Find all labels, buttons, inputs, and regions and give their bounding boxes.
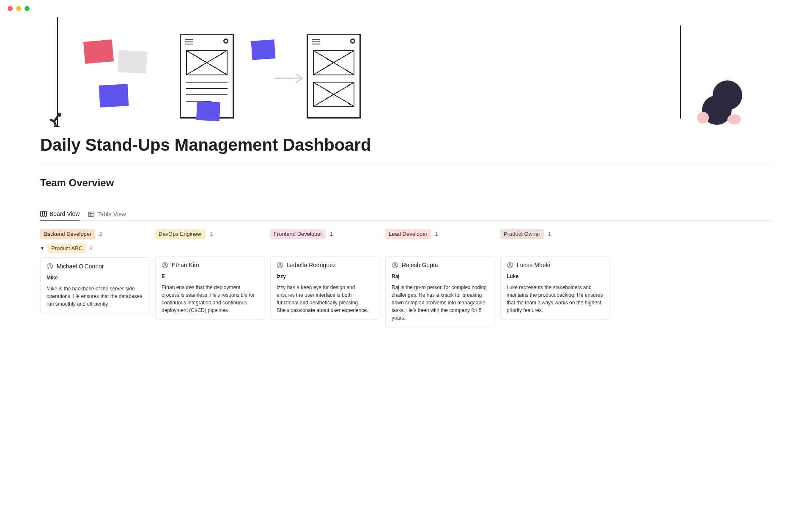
cover-image (40, 17, 772, 127)
card-title-row: Lucas Mbeki (507, 262, 603, 268)
card-nickname: Luke (507, 273, 603, 279)
board-column: DevOps Engineer1Ethan KimEEthan ensures … (155, 229, 264, 327)
column-header[interactable]: Product Owner1 (500, 229, 609, 239)
column-header[interactable]: Backend Developer2 (40, 229, 149, 239)
svg-point-0 (57, 113, 61, 117)
column-role-tag: DevOps Engineer (155, 229, 206, 239)
section-title: Team Overview (40, 177, 772, 189)
window-controls (0, 0, 812, 17)
board-column: Backend Developer2▼Product ABC8Michael O… (40, 229, 149, 327)
tab-label: Board View (49, 210, 80, 217)
person-card[interactable]: Ethan KimEEthan ensures that the deploym… (155, 256, 264, 320)
collapse-toggle-icon[interactable]: ▼ (40, 246, 44, 251)
card-title-row: Rajesh Gupta (392, 262, 488, 268)
column-header[interactable]: Lead Developer1 (385, 229, 494, 239)
avatar-blobs-icon (689, 80, 749, 127)
person-icon (507, 262, 513, 268)
card-title-row: Ethan Kim (162, 262, 258, 268)
column-role-tag: Frontend Developer (270, 229, 326, 239)
view-tabs: Board View Table View (40, 208, 772, 221)
column-count: 2 (99, 231, 102, 237)
column-header[interactable]: DevOps Engineer1 (155, 229, 264, 239)
group-row[interactable]: ▼Product ABC8 (40, 243, 149, 254)
board-column: Product Owner1Lucas MbekiLukeLuke repres… (500, 229, 609, 327)
close-window-icon[interactable] (8, 6, 13, 11)
person-icon (47, 263, 53, 270)
board-columns: Backend Developer2▼Product ABC8Michael O… (40, 229, 772, 327)
column-role-tag: Backend Developer (40, 229, 95, 239)
card-title-row: Michael O'Connor (47, 263, 143, 270)
person-icon (162, 262, 168, 268)
svg-point-10 (49, 265, 51, 266)
arrow-right-icon (273, 72, 307, 85)
card-title-row: Isabella Rodriguez (277, 262, 373, 268)
group-count: 8 (89, 245, 92, 251)
page-title: Daily Stand-Ups Management Dashboard (40, 135, 772, 155)
svg-point-14 (279, 263, 281, 265)
person-card[interactable]: Rajesh GuptaRajRaj is the go-to person f… (385, 256, 494, 327)
column-header[interactable]: Frontend Developer1 (270, 229, 379, 239)
tab-label: Table View (97, 211, 126, 218)
running-person-icon (47, 112, 66, 127)
divider (40, 164, 772, 164)
svg-rect-5 (89, 212, 94, 216)
svg-rect-2 (41, 211, 42, 216)
card-description: Mike is the backbone of the server-side … (47, 285, 143, 308)
svg-point-18 (509, 263, 511, 265)
board-column: Frontend Developer1Isabella RodriguezIzz… (270, 229, 379, 327)
card-person-name: Isabella Rodriguez (287, 262, 336, 268)
svg-point-12 (164, 263, 166, 265)
card-nickname: E (162, 273, 258, 279)
column-count: 1 (210, 231, 213, 237)
svg-point-16 (394, 263, 396, 265)
card-person-name: Lucas Mbeki (517, 262, 550, 268)
card-description: Ethan ensures that the deployment proces… (162, 284, 258, 314)
card-person-name: Michael O'Connor (57, 263, 104, 270)
card-nickname: Izzy (277, 273, 373, 279)
board-icon (40, 210, 47, 217)
tab-table-view[interactable]: Table View (88, 208, 126, 220)
card-description: Izzy has a keen eye for design and ensur… (277, 284, 373, 314)
column-role-tag: Lead Developer (385, 229, 431, 239)
column-count: 1 (330, 231, 333, 237)
column-count: 1 (435, 231, 438, 237)
svg-rect-4 (45, 211, 47, 216)
table-icon (88, 211, 95, 218)
tab-board-view[interactable]: Board View (40, 208, 80, 221)
maximize-window-icon[interactable] (25, 6, 30, 11)
person-icon (277, 262, 283, 268)
card-person-name: Rajesh Gupta (402, 262, 438, 268)
card-description: Luke represents the stakeholders and mai… (507, 284, 603, 314)
card-person-name: Ethan Kim (172, 262, 199, 268)
card-nickname: Mike (47, 275, 143, 281)
board-column: Lead Developer1Rajesh GuptaRajRaj is the… (385, 229, 494, 327)
card-nickname: Raj (392, 273, 488, 279)
card-description: Raj is the go-to person for complex codi… (392, 284, 488, 322)
svg-rect-3 (43, 211, 44, 216)
person-card[interactable]: Michael O'ConnorMikeMike is the backbone… (40, 257, 149, 313)
column-count: 1 (548, 231, 551, 237)
group-tag: Product ABC (48, 243, 86, 254)
person-card[interactable]: Lucas MbekiLukeLuke represents the stake… (500, 256, 609, 320)
person-icon (392, 262, 398, 268)
minimize-window-icon[interactable] (16, 6, 21, 11)
person-card[interactable]: Isabella RodriguezIzzyIzzy has a keen ey… (270, 256, 379, 320)
column-role-tag: Product Owner (500, 229, 544, 239)
